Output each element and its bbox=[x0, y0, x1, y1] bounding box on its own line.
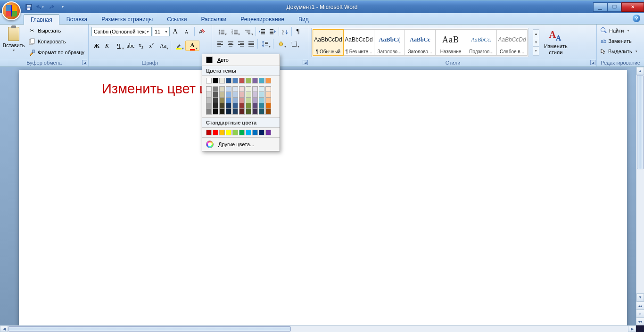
color-swatch[interactable] bbox=[239, 130, 245, 135]
multilevel-list-button[interactable]: ▼ bbox=[241, 26, 255, 37]
paste-button[interactable]: Вставить ▼ bbox=[2, 25, 25, 53]
color-swatch[interactable] bbox=[213, 78, 218, 83]
decrease-indent-button[interactable] bbox=[257, 26, 267, 37]
color-swatch[interactable] bbox=[252, 92, 258, 98]
color-swatch[interactable] bbox=[206, 130, 212, 135]
tab-references[interactable]: Ссылки bbox=[160, 14, 194, 24]
shading-button[interactable]: ▼ bbox=[274, 39, 288, 49]
bullets-button[interactable]: ▼ bbox=[215, 26, 228, 37]
color-swatch[interactable] bbox=[259, 92, 264, 98]
font-size-combo[interactable]: 11▼ bbox=[153, 27, 170, 36]
color-swatch[interactable] bbox=[219, 92, 225, 98]
find-button[interactable]: Найти▼ bbox=[599, 25, 640, 36]
color-swatch[interactable] bbox=[265, 98, 271, 103]
page[interactable]: Изменить цвет шри bbox=[19, 70, 627, 325]
color-swatch[interactable] bbox=[232, 92, 238, 98]
color-swatch[interactable] bbox=[226, 78, 231, 83]
office-button[interactable] bbox=[2, 1, 21, 20]
change-styles-button[interactable]: AA Изменить стили bbox=[542, 28, 570, 56]
color-swatch[interactable] bbox=[226, 103, 231, 109]
line-spacing-button[interactable]: ▼ bbox=[259, 39, 272, 49]
hscroll-right-button[interactable]: ▶ bbox=[628, 326, 636, 332]
color-swatch[interactable] bbox=[213, 109, 218, 115]
style-item[interactable]: AaBbCcDd¶ Без инте... bbox=[343, 29, 374, 56]
color-swatch[interactable] bbox=[226, 109, 231, 115]
scroll-up-button[interactable]: ▲ bbox=[636, 67, 644, 75]
style-item[interactable]: AaBbCcЗаголово... bbox=[405, 29, 436, 56]
color-swatch[interactable] bbox=[232, 103, 238, 109]
increase-indent-button[interactable] bbox=[267, 26, 278, 37]
color-swatch[interactable] bbox=[259, 130, 264, 135]
color-swatch[interactable] bbox=[206, 78, 212, 83]
tab-mailings[interactable]: Рассылки bbox=[194, 14, 233, 24]
color-swatch[interactable] bbox=[265, 92, 271, 98]
bold-button[interactable]: Ж bbox=[91, 41, 102, 51]
color-swatch[interactable] bbox=[239, 109, 245, 115]
color-swatch[interactable] bbox=[219, 86, 225, 92]
color-swatch[interactable] bbox=[252, 103, 258, 109]
font-color-button[interactable]: A▼ bbox=[185, 41, 199, 51]
color-swatch[interactable] bbox=[265, 103, 271, 109]
clipboard-launcher[interactable]: ◢ bbox=[82, 60, 87, 65]
styles-scroll-up[interactable]: ▲ bbox=[533, 30, 539, 38]
color-swatch[interactable] bbox=[232, 109, 238, 115]
color-swatch[interactable] bbox=[226, 98, 231, 103]
shrink-font-button[interactable]: Aˇ bbox=[182, 26, 192, 37]
color-swatch[interactable] bbox=[246, 86, 251, 92]
style-item[interactable]: AaBbC(Заголово... bbox=[374, 29, 405, 56]
align-center-button[interactable] bbox=[225, 39, 236, 49]
justify-button[interactable] bbox=[246, 39, 256, 49]
tab-insert[interactable]: Вставка bbox=[59, 14, 95, 24]
color-swatch[interactable] bbox=[213, 92, 218, 98]
replace-button[interactable]: abЗаменить bbox=[599, 36, 640, 46]
color-swatch[interactable] bbox=[213, 98, 218, 103]
color-swatch[interactable] bbox=[213, 103, 218, 109]
format-painter-button[interactable]: Формат по образцу bbox=[26, 47, 86, 58]
strikethrough-button[interactable]: abc bbox=[125, 41, 136, 51]
change-case-button[interactable]: Aa▼ bbox=[157, 41, 170, 51]
color-swatch[interactable] bbox=[246, 92, 251, 98]
undo-icon[interactable]: ▼ bbox=[36, 3, 44, 11]
color-swatch[interactable] bbox=[232, 98, 238, 103]
color-swatch[interactable] bbox=[246, 98, 251, 103]
color-swatch[interactable] bbox=[259, 86, 264, 92]
color-auto-item[interactable]: Авто bbox=[202, 54, 280, 66]
align-left-button[interactable] bbox=[215, 39, 225, 49]
color-swatch[interactable] bbox=[265, 109, 271, 115]
close-button[interactable]: ✕ bbox=[621, 2, 644, 12]
save-icon[interactable] bbox=[25, 3, 33, 11]
scroll-thumb[interactable] bbox=[637, 75, 644, 169]
color-swatch[interactable] bbox=[259, 109, 264, 115]
color-swatch[interactable] bbox=[232, 86, 238, 92]
italic-button[interactable]: К bbox=[102, 41, 112, 51]
underline-button[interactable]: Ч▼ bbox=[112, 41, 125, 51]
color-swatch[interactable] bbox=[252, 86, 258, 92]
styles-expand[interactable]: ▾ bbox=[533, 47, 539, 55]
color-swatch[interactable] bbox=[265, 130, 271, 135]
color-swatch[interactable] bbox=[265, 78, 271, 83]
styles-scroll-down[interactable]: ▼ bbox=[533, 38, 539, 47]
tab-home[interactable]: Главная bbox=[24, 14, 59, 25]
color-swatch[interactable] bbox=[246, 130, 251, 135]
color-swatch[interactable] bbox=[252, 78, 258, 83]
minimize-button[interactable]: ▁ bbox=[593, 2, 607, 12]
paragraph-launcher[interactable]: ◢ bbox=[303, 60, 308, 65]
redo-icon[interactable] bbox=[47, 3, 56, 11]
hscroll-track[interactable] bbox=[8, 326, 628, 332]
color-swatch[interactable] bbox=[226, 130, 231, 135]
hscroll-thumb[interactable] bbox=[8, 326, 291, 332]
color-swatch[interactable] bbox=[213, 130, 218, 135]
highlight-button[interactable]: ▼ bbox=[172, 41, 185, 51]
scroll-track[interactable] bbox=[636, 75, 644, 293]
color-swatch[interactable] bbox=[265, 86, 271, 92]
color-swatch[interactable] bbox=[219, 130, 225, 135]
color-swatch[interactable] bbox=[252, 109, 258, 115]
style-item[interactable]: AaBbCc.Подзагол... bbox=[466, 29, 497, 56]
page-viewport[interactable]: Изменить цвет шри bbox=[0, 67, 636, 325]
styles-launcher[interactable]: ◢ bbox=[590, 60, 595, 65]
superscript-button[interactable]: x2 bbox=[146, 41, 157, 51]
copy-button[interactable]: Копировать bbox=[26, 36, 86, 47]
sort-button[interactable]: AZ bbox=[280, 26, 290, 37]
select-button[interactable]: Выделить▼ bbox=[599, 46, 640, 57]
align-right-button[interactable] bbox=[236, 39, 246, 49]
